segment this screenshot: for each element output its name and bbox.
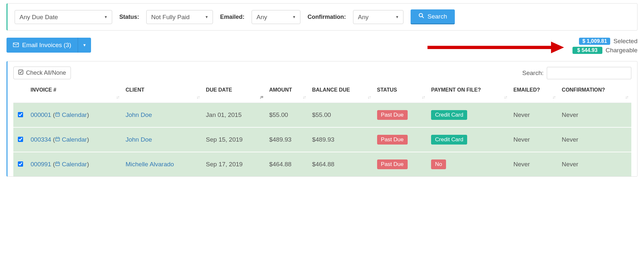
svg-rect-13 [56, 162, 59, 166]
invoices-table: INVOICE #↓↑ CLIENT↓↑ DUE DATE↓≡ AMOUNT↓↑… [13, 82, 631, 176]
cell-due: Jan 01, 2015 [203, 103, 266, 128]
chargeable-label: Chargeable [606, 47, 637, 54]
svg-marker-3 [551, 42, 564, 53]
svg-rect-5 [56, 113, 59, 116]
status-select[interactable]: Not Fully Paid [146, 10, 213, 24]
check-all-button[interactable]: Check All/None [13, 67, 71, 79]
col-balance[interactable]: BALANCE DUE↓↑ [309, 82, 374, 103]
cell-emailed: Never [510, 127, 559, 152]
emailed-select[interactable]: Any [252, 10, 300, 24]
filter-panel: Any Due Date Status: Not Fully Paid Emai… [7, 3, 637, 31]
email-invoices-button[interactable]: Email Invoices (3) [7, 38, 78, 53]
sort-icon: ↓↑ [303, 95, 306, 99]
cell-confirm: Never [559, 152, 631, 176]
row-checkbox[interactable] [18, 161, 23, 167]
col-payment[interactable]: PAYMENT ON FILE?↓↑ [428, 82, 510, 103]
cell-status: Past Due [374, 103, 428, 128]
client-link[interactable]: John Doe [125, 111, 152, 118]
cell-status: Past Due [374, 152, 428, 176]
client-link[interactable]: Michelle Alvarado [125, 161, 174, 168]
cell-payment: No [428, 152, 510, 176]
table-search: Search: [522, 67, 631, 79]
envelope-icon [13, 42, 19, 49]
table-row: 000991 ( Calendar)Michelle AlvaradoSep 1… [13, 152, 631, 176]
col-checkbox [13, 82, 27, 103]
calendar-icon [55, 136, 60, 143]
row-checkbox[interactable] [18, 137, 23, 142]
cell-due: Sep 17, 2019 [203, 152, 266, 176]
table-row: 000334 ( Calendar)John DoeSep 15, 2019$4… [13, 127, 631, 152]
sort-icon: ↓≡ [259, 95, 263, 99]
cell-client: John Doe [122, 103, 203, 128]
col-confirm[interactable]: CONFIRMATION?↓↑ [559, 82, 631, 103]
invoice-number-link[interactable]: 000334 [31, 136, 51, 143]
confirmation-select[interactable]: Any [353, 10, 403, 24]
arrow-icon [427, 40, 564, 55]
table-panel: Check All/None Search: INVOICE #↓↑ CLIEN… [7, 61, 637, 177]
col-status[interactable]: STATUS↓↑ [374, 82, 428, 103]
row-checkbox[interactable] [18, 112, 23, 117]
selected-amount-pill: $ 1,009.81 [579, 38, 610, 45]
sort-icon: ↓↑ [196, 95, 199, 99]
calendar-link[interactable]: Calendar [62, 111, 87, 118]
cell-confirm: Never [559, 103, 631, 128]
sort-icon: ↓↑ [504, 95, 507, 99]
cell-invoice: 000991 ( Calendar) [27, 152, 122, 176]
cell-payment: Credit Card [428, 127, 510, 152]
cell-confirm: Never [559, 127, 631, 152]
email-invoices-label: Email Invoices (3) [22, 42, 71, 49]
table-search-label: Search: [522, 70, 544, 77]
email-invoices-dropdown[interactable]: ▼ [78, 38, 91, 53]
payment-badge: No [431, 159, 446, 169]
calendar-icon [55, 112, 60, 118]
selected-total-row: $ 1,009.81 Selected [572, 38, 637, 45]
search-button-label: Search [427, 13, 447, 20]
invoice-number-link[interactable]: 000991 [31, 161, 51, 168]
col-due[interactable]: DUE DATE↓≡ [203, 82, 266, 103]
col-amount[interactable]: AMOUNT↓↑ [266, 82, 309, 103]
sort-icon: ↓↑ [422, 95, 425, 99]
cell-invoice: 000001 ( Calendar) [27, 103, 122, 128]
payment-badge: Credit Card [431, 110, 467, 120]
invoice-number-link[interactable]: 000001 [31, 111, 51, 118]
emailed-select-wrap: Any [252, 10, 300, 24]
totals-block: $ 1,009.81 Selected $ 544.93 Chargeable [572, 38, 637, 54]
cell-client: Michelle Alvarado [122, 152, 203, 176]
table-row: 000001 ( Calendar)John DoeJan 01, 2015$5… [13, 103, 631, 128]
cell-amount: $55.00 [266, 103, 309, 128]
table-top-bar: Check All/None Search: [13, 67, 631, 79]
cell-emailed: Never [510, 103, 559, 128]
col-invoice[interactable]: INVOICE #↓↑ [27, 82, 122, 103]
chargeable-total-row: $ 544.93 Chargeable [572, 47, 637, 54]
status-badge: Past Due [377, 159, 408, 169]
cell-client: John Doe [122, 127, 203, 152]
status-badge: Past Due [377, 110, 408, 120]
cell-payment: Credit Card [428, 103, 510, 128]
col-client[interactable]: CLIENT↓↑ [122, 82, 203, 103]
check-all-label: Check All/None [26, 70, 66, 76]
calendar-link[interactable]: Calendar [62, 136, 87, 143]
email-invoices-group: Email Invoices (3) ▼ [7, 38, 91, 53]
confirmation-label: Confirmation: [308, 14, 346, 20]
payment-badge: Credit Card [431, 135, 467, 145]
col-emailed[interactable]: EMAILED?↓↑ [510, 82, 559, 103]
table-search-input[interactable] [547, 67, 631, 79]
selected-label: Selected [613, 38, 637, 45]
sort-icon: ↓↑ [368, 95, 371, 99]
cell-status: Past Due [374, 127, 428, 152]
search-icon [418, 13, 424, 20]
due-date-select[interactable]: Any Due Date [15, 10, 112, 24]
chargeable-amount-pill: $ 544.93 [572, 47, 602, 54]
calendar-link[interactable]: Calendar [62, 161, 87, 168]
cell-balance: $464.88 [309, 152, 374, 176]
sort-icon: ↓↑ [552, 95, 555, 99]
cell-balance: $55.00 [309, 103, 374, 128]
svg-line-1 [422, 16, 424, 18]
status-label: Status: [119, 14, 139, 20]
client-link[interactable]: John Doe [125, 136, 152, 143]
cell-amount: $489.93 [266, 127, 309, 152]
status-badge: Past Due [377, 135, 408, 145]
checkbox-icon [18, 70, 23, 76]
search-button[interactable]: Search [411, 9, 455, 24]
action-row: Email Invoices (3) ▼ $ 1,009.81 Selected… [7, 38, 637, 55]
